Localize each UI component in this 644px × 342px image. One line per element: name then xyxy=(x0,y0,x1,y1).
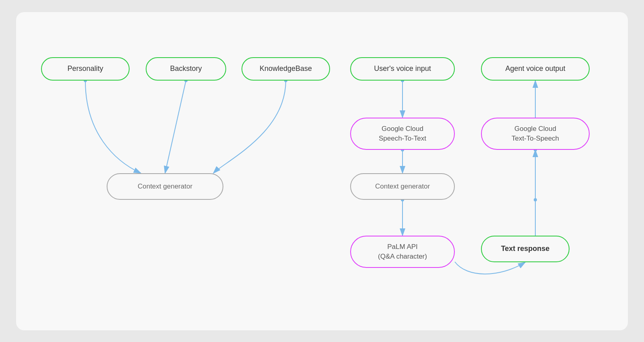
personality-node: Personality xyxy=(41,57,130,81)
diagram-container: Personality Backstory KnowledgeBase Cont… xyxy=(16,12,628,330)
user-voice-node: User's voice input xyxy=(350,57,455,81)
agent-voice-node: Agent voice output xyxy=(481,57,590,81)
gcloud-tts-node: Google Cloud Text-To-Speech xyxy=(481,118,590,150)
knowledgebase-node: KnowledgeBase xyxy=(242,57,330,81)
context-generator-right-node: Context generator xyxy=(350,173,455,200)
backstory-node: Backstory xyxy=(146,57,226,81)
text-response-node: Text response xyxy=(481,236,570,262)
context-generator-left-node: Context generator xyxy=(107,173,223,200)
svg-point-7 xyxy=(534,198,537,201)
gcloud-stt-node: Google Cloud Speech-To-Text xyxy=(350,118,455,150)
palm-api-node: PaLM API (Q&A character) xyxy=(350,236,455,268)
